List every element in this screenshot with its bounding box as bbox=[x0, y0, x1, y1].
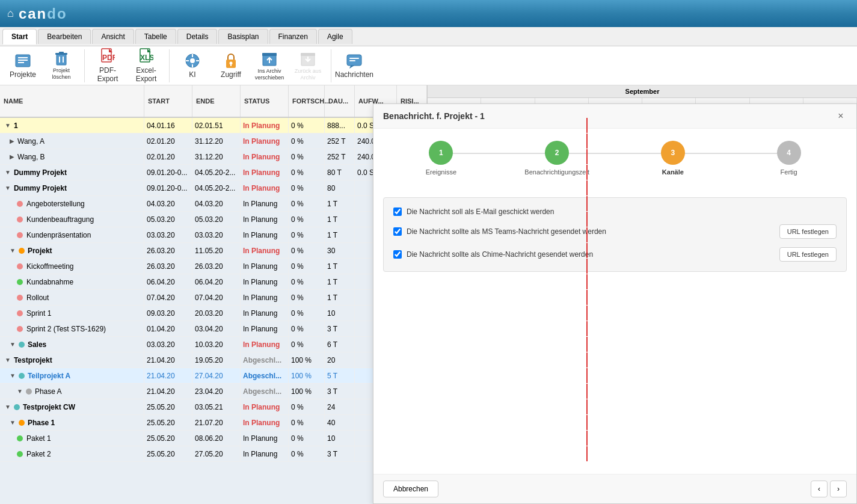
expand-icon[interactable]: ▼ bbox=[10, 419, 16, 426]
cell-name: Rollout bbox=[0, 290, 144, 305]
status-dot bbox=[19, 373, 25, 379]
row-left: ▼ 1 04.01.16 02.01.51 In Planung 0 % 888… bbox=[0, 118, 428, 133]
expand-icon[interactable]: ▶ bbox=[10, 138, 14, 144]
row-left: Paket 2 25.05.20 27.05.20 In Planung 0 %… bbox=[0, 446, 428, 461]
zugriff-button[interactable]: Zugriff bbox=[213, 49, 249, 82]
checkbox-row-teams: Die Nachricht sollte als MS Teams-Nachri… bbox=[393, 224, 837, 239]
svg-rect-3 bbox=[18, 62, 24, 63]
cell-name: Kickoffmeeting bbox=[0, 259, 144, 274]
expand-icon[interactable]: ▼ bbox=[10, 341, 16, 348]
cell-name: ▼ Phase 1 bbox=[0, 415, 144, 430]
modal-header: Benachricht. f. Projekt - 1 × bbox=[373, 104, 856, 129]
cell-name: ▼ Teilprojekt A bbox=[0, 368, 144, 383]
checkbox-email[interactable] bbox=[393, 207, 402, 216]
row-left: ▼ Sales 03.03.20 10.03.20 In Planung 0 %… bbox=[0, 337, 428, 352]
tab-agile[interactable]: Agile bbox=[318, 29, 352, 44]
svg-text:PDF: PDF bbox=[102, 54, 115, 62]
expand-icon[interactable]: ▶ bbox=[10, 153, 14, 160]
home-icon[interactable]: ⌂ bbox=[7, 7, 14, 20]
wizard-step-3[interactable]: 3 Kanäle bbox=[615, 141, 731, 176]
svg-point-16 bbox=[190, 58, 195, 63]
status-dot bbox=[17, 326, 23, 332]
expand-icon[interactable]: ▼ bbox=[5, 185, 11, 191]
prev-button[interactable]: ‹ bbox=[811, 481, 828, 497]
checkbox-chime-label: Die Nachricht sollte als Chime-Nachricht… bbox=[407, 250, 775, 259]
wizard-step-2[interactable]: 2 Benachrichtigungszeit bbox=[499, 141, 615, 176]
projekt-loeschen-button[interactable]: Projektlöschen bbox=[43, 49, 79, 82]
expand-icon[interactable]: ▼ bbox=[5, 357, 11, 363]
step-label-3: Kanäle bbox=[662, 168, 684, 176]
tab-finanzen[interactable]: Finanzen bbox=[269, 29, 317, 44]
projekte-button[interactable]: Projekte bbox=[5, 49, 41, 82]
wizard-step-1[interactable]: 1 Ereignisse bbox=[383, 141, 499, 176]
status-dot bbox=[17, 232, 23, 238]
row-left: ▶ Wang, B 02.01.20 31.12.20 In Planung 0… bbox=[0, 149, 428, 164]
cell-name: ▼ 1 bbox=[0, 118, 144, 133]
tab-ansicht[interactable]: Ansicht bbox=[92, 29, 134, 44]
ki-icon bbox=[184, 52, 201, 69]
svg-rect-25 bbox=[262, 53, 277, 56]
cell-name: Sprint 2 (Test STS-1629) bbox=[0, 321, 144, 336]
expand-icon[interactable]: ▼ bbox=[10, 372, 16, 379]
tab-basisplan[interactable]: Basisplan bbox=[218, 29, 268, 44]
status-dot bbox=[19, 248, 25, 254]
modal-footer: Abbrechen ‹ › bbox=[373, 474, 856, 503]
svg-rect-1 bbox=[18, 57, 28, 58]
toolbar: Projekte Projektlöschen PDF PDF-Export X… bbox=[0, 46, 857, 85]
row-left: ▶ Wang, A 02.01.20 31.12.20 In Planung 0… bbox=[0, 134, 428, 149]
zurueck-aus-archiv-button[interactable]: Zurück ausArchiv bbox=[290, 49, 326, 82]
status-dot bbox=[17, 201, 23, 207]
status-dot bbox=[17, 263, 23, 269]
tab-details[interactable]: Details bbox=[177, 29, 218, 44]
status-dot bbox=[17, 451, 23, 457]
expand-icon[interactable]: ▼ bbox=[17, 388, 23, 395]
messages-icon bbox=[346, 52, 363, 69]
cell-name: Paket 2 bbox=[0, 446, 144, 461]
status-dot bbox=[19, 420, 25, 426]
modal-close-button[interactable]: × bbox=[835, 110, 847, 122]
col-header-status: STATUS bbox=[241, 85, 289, 117]
ins-archiv-button[interactable]: Ins Archivverschieben bbox=[251, 49, 287, 82]
step-circle-3: 3 bbox=[661, 141, 685, 165]
row-left: Paket 1 25.05.20 08.06.20 In Planung 0 %… bbox=[0, 431, 428, 446]
tab-tabelle[interactable]: Tabelle bbox=[135, 29, 176, 44]
col-header-ende: ENDE bbox=[192, 85, 241, 117]
unarchive-icon bbox=[299, 50, 316, 67]
col-header-fortsch: FORTSCH... bbox=[289, 85, 325, 117]
teams-url-button[interactable]: URL festlegen bbox=[779, 224, 837, 239]
row-left: ▼ Projekt 26.03.20 11.05.20 In Planung 0… bbox=[0, 243, 428, 258]
col-header-dau: DAU... bbox=[325, 85, 355, 117]
checkbox-teams[interactable] bbox=[393, 227, 402, 236]
step-circle-1: 1 bbox=[429, 141, 453, 165]
cell-name: ▼ Sales bbox=[0, 337, 144, 352]
checkbox-row-email: Die Nachricht soll als E-Mail geschickt … bbox=[393, 207, 837, 216]
svg-rect-7 bbox=[59, 57, 60, 63]
expand-icon[interactable]: ▼ bbox=[5, 169, 11, 176]
cell-name: ▼ Dummy Projekt bbox=[0, 180, 144, 195]
tab-bearbeiten[interactable]: Bearbeiten bbox=[38, 29, 91, 44]
status-dot bbox=[17, 217, 23, 223]
excel-export-button[interactable]: XLS Excel-Export bbox=[128, 49, 164, 82]
cell-name: Kundenpräsentation bbox=[0, 227, 144, 242]
next-button[interactable]: › bbox=[830, 481, 847, 497]
row-left: ▼ Testprojekt 21.04.20 19.05.20 Abgeschl… bbox=[0, 352, 428, 367]
status-dot bbox=[19, 342, 25, 348]
svg-rect-8 bbox=[63, 57, 64, 63]
expand-icon[interactable]: ▼ bbox=[5, 122, 11, 129]
excel-icon: XLS bbox=[138, 48, 155, 65]
pdf-export-button[interactable]: PDF PDF-Export bbox=[90, 49, 126, 82]
tab-start[interactable]: Start bbox=[2, 29, 37, 45]
chime-url-button[interactable]: URL festlegen bbox=[779, 247, 837, 262]
col-header-name: NAME bbox=[0, 85, 144, 117]
cancel-button[interactable]: Abbrechen bbox=[383, 481, 438, 497]
checkbox-chime[interactable] bbox=[393, 250, 402, 259]
ki-button[interactable]: KI bbox=[174, 49, 210, 82]
app-logo: cando bbox=[19, 5, 67, 22]
cell-name: Paket 1 bbox=[0, 431, 144, 446]
wizard-step-4[interactable]: 4 Fertig bbox=[731, 141, 847, 176]
nachrichten-button[interactable]: Nachrichten bbox=[336, 49, 372, 82]
expand-icon[interactable]: ▼ bbox=[10, 247, 16, 254]
channels-section: Die Nachricht soll als E-Mail geschickt … bbox=[383, 197, 847, 272]
expand-icon[interactable]: ▼ bbox=[5, 404, 11, 410]
svg-rect-28 bbox=[301, 53, 315, 56]
